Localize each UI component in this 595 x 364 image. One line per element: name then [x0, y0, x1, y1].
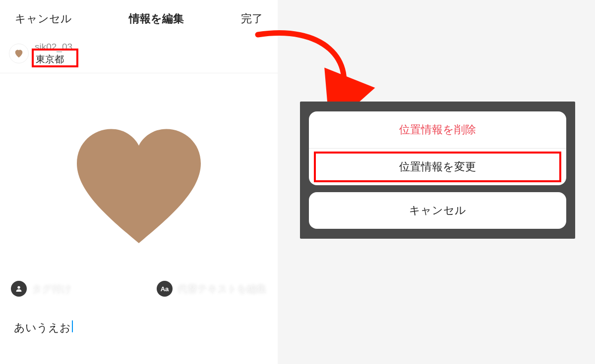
remove-location-button[interactable]: 位置情報を削除	[309, 111, 566, 148]
location-label[interactable]: 東京都	[35, 53, 72, 66]
user-location-row[interactable]: sik02_03 東京都	[0, 38, 278, 73]
done-button[interactable]: 完了	[241, 11, 263, 26]
tag-label: タグ付け	[32, 282, 71, 296]
caption-text: あいうえお	[14, 320, 71, 335]
alt-text-label: 代替テキストを編集	[178, 282, 267, 296]
person-icon	[11, 281, 27, 297]
cancel-button[interactable]: キャンセル	[15, 11, 72, 26]
action-sheet-group: 位置情報を削除 位置情報を変更	[309, 111, 566, 185]
text-cursor	[72, 320, 73, 332]
page-title: 情報を編集	[129, 11, 184, 26]
username-label: sik02_03	[35, 41, 72, 53]
avatar	[9, 44, 29, 63]
edit-info-screen: キャンセル 情報を編集 完了 sik02_03 東京都	[0, 0, 278, 364]
post-image-area: タグ付け Aa 代替テキストを編集	[0, 73, 278, 305]
svg-point-0	[17, 286, 20, 289]
caption-input[interactable]: あいうえお	[0, 305, 278, 364]
user-info: sik02_03 東京都	[35, 41, 72, 65]
heart-icon	[13, 48, 24, 59]
edit-alt-text-button[interactable]: Aa 代替テキストを編集	[157, 281, 267, 297]
change-location-button[interactable]: 位置情報を変更	[309, 149, 566, 185]
navigation-bar: キャンセル 情報を編集 完了	[0, 0, 278, 38]
alt-text-icon: Aa	[157, 281, 173, 297]
image-overlay-actions: タグ付け Aa 代替テキストを編集	[0, 281, 278, 297]
location-action-sheet: 位置情報を削除 位置情報を変更 キャンセル	[300, 102, 575, 239]
tag-people-button[interactable]: タグ付け	[11, 281, 71, 297]
post-image	[69, 126, 208, 252]
sheet-cancel-button[interactable]: キャンセル	[309, 192, 566, 229]
change-location-label: 位置情報を変更	[399, 160, 476, 173]
